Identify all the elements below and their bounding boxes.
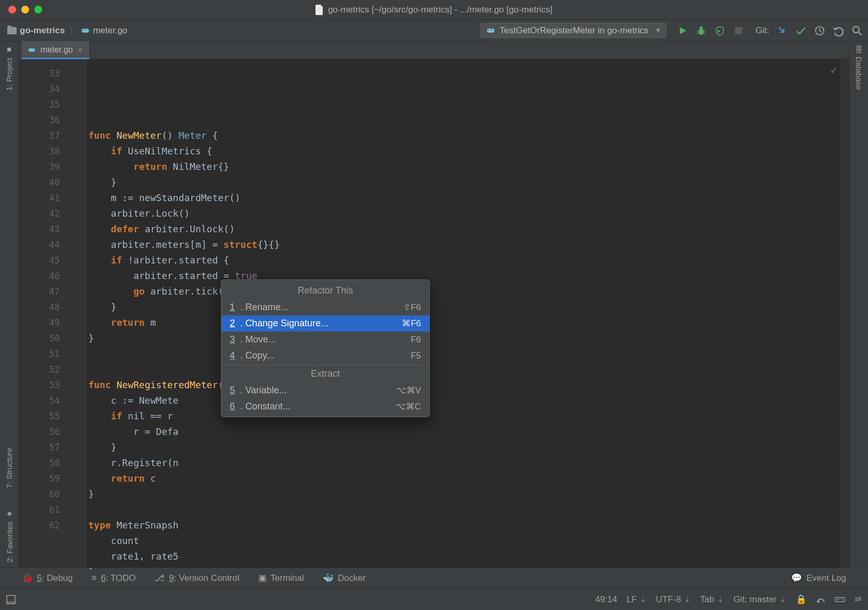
project-icon: ■ [5, 46, 14, 55]
tool-window-version-control[interactable]: ⎇ 9: Version Control [154, 573, 239, 584]
run-button[interactable] [677, 25, 688, 36]
star-icon: ★ [5, 509, 14, 519]
refactor-option-copy[interactable]: 4. Copy...F5 [221, 348, 429, 364]
docker-icon: 🐳 [323, 573, 334, 584]
ide-settings-icon[interactable] [816, 595, 825, 604]
svg-point-24 [818, 601, 820, 603]
editor-scroll-map[interactable] [840, 59, 849, 569]
code-area[interactable]: ✓ func NewMeter() Meter { if UseNilMetri… [86, 59, 840, 569]
breadcrumb: go-metrics 〉 meter.go [5, 24, 129, 37]
git-label: Git: [752, 25, 769, 36]
memory-indicator-icon[interactable] [835, 595, 845, 604]
editor-tabs: meter.go ✕ [19, 42, 849, 59]
svg-point-28 [841, 599, 842, 600]
close-tab-button[interactable]: ✕ [77, 46, 83, 54]
code-editor[interactable]: 3334353637383940414243444546474849505152… [19, 59, 849, 569]
status-bar: 49:14 LF ⇣ UTF-8 ⇣ Tab ⇣ Git: master ⇣ 🔒… [0, 588, 868, 610]
run-configuration-selector[interactable]: TestGetOrRegisterMeter in go-metrics ▾ [480, 23, 666, 38]
speech-bubble-icon: 💬 [791, 573, 802, 584]
indent-settings[interactable]: Tab ⇣ [700, 594, 724, 605]
fold-gutter [65, 59, 86, 569]
goroutines-icon[interactable]: ⇄ [854, 594, 862, 605]
svg-point-2 [83, 30, 84, 31]
popup-section-extract: Extract [221, 365, 429, 382]
window-minimize-button[interactable] [21, 6, 29, 14]
layout-icon [6, 595, 16, 604]
tool-window-todo[interactable]: ≡ 6: TODO [91, 573, 136, 584]
tool-window-database[interactable]: 🗄 Database [854, 46, 863, 90]
line-number-gutter: 3334353637383940414243444546474849505152… [19, 59, 65, 569]
svg-point-9 [700, 26, 703, 30]
svg-rect-23 [7, 601, 15, 604]
tool-window-terminal[interactable]: ▣ Terminal [258, 573, 304, 584]
svg-point-6 [488, 30, 489, 31]
database-icon: 🗄 [854, 46, 863, 54]
svg-line-12 [697, 33, 699, 34]
debug-button[interactable] [695, 25, 707, 36]
tool-windows-toggle[interactable] [6, 595, 16, 604]
folder-icon [7, 27, 17, 34]
tool-window-event-log[interactable]: 💬 Event Log [791, 573, 846, 584]
popup-title: Refactor This [221, 282, 429, 299]
navigation-toolbar: go-metrics 〉 meter.go TestGetOrRegisterM… [0, 20, 868, 42]
svg-point-27 [839, 599, 840, 600]
stop-button [733, 25, 744, 36]
window-controls [0, 6, 42, 14]
line-separator[interactable]: LF ⇣ [627, 594, 647, 605]
git-commit-button[interactable] [795, 25, 807, 36]
refactor-this-popup: Refactor This 1. Rename...⇧F62. Change S… [221, 280, 430, 417]
refactor-option-change-signature[interactable]: 2. Change Signature...⌘F6 [221, 315, 429, 331]
svg-point-26 [837, 599, 838, 600]
svg-point-3 [86, 30, 87, 31]
inspection-ok-icon[interactable]: ✓ [831, 62, 837, 78]
tool-window-docker[interactable]: 🐳 Docker [323, 573, 366, 584]
tool-window-structure[interactable]: 7: Structure [5, 448, 14, 488]
search-everywhere-button[interactable] [851, 25, 863, 36]
refactor-option-constant[interactable]: 6. Constant...⌥⌘C [221, 399, 429, 415]
left-tool-window-bar: 1: Project ■ 7: Structure 2: Favorites ★ [0, 42, 19, 588]
window-close-button[interactable] [8, 6, 16, 14]
svg-line-17 [859, 32, 862, 35]
window-titlebar: go-metrics [~/go/src/go-metrics] - .../m… [0, 0, 868, 20]
tool-window-favorites[interactable]: 2: Favorites ★ [5, 509, 14, 562]
git-history-button[interactable] [814, 25, 825, 36]
file-icon [315, 5, 324, 15]
caret-position[interactable]: 49:14 [595, 594, 617, 605]
svg-point-1 [85, 29, 89, 33]
terminal-icon: ▣ [258, 573, 267, 584]
run-with-coverage-button[interactable] [714, 25, 726, 36]
chevron-down-icon: ▾ [656, 25, 661, 36]
svg-point-5 [490, 29, 494, 33]
go-file-icon [27, 45, 36, 55]
svg-line-11 [704, 31, 705, 31]
list-icon: ≡ [91, 573, 97, 584]
tool-window-project[interactable]: 1: Project ■ [5, 46, 14, 90]
tool-window-debug[interactable]: 🐞 5: Debug [22, 573, 73, 584]
svg-point-7 [491, 30, 492, 31]
refactor-option-rename[interactable]: 1. Rename...⇧F6 [221, 299, 429, 315]
breadcrumb-project[interactable]: go-metrics [5, 24, 67, 37]
right-tool-window-bar: 🗄 Database [849, 42, 868, 588]
breadcrumb-file[interactable]: meter.go [78, 24, 129, 37]
svg-line-10 [697, 31, 699, 31]
svg-point-19 [31, 48, 35, 51]
svg-rect-14 [735, 27, 742, 34]
go-file-icon [486, 26, 495, 35]
chevron-right-icon: 〉 [68, 26, 77, 35]
refactor-option-move[interactable]: 3. Move...F6 [221, 331, 429, 348]
bug-icon: 🐞 [22, 573, 33, 584]
git-branch[interactable]: Git: master ⇣ [733, 594, 786, 605]
window-maximize-button[interactable] [34, 6, 42, 14]
bottom-tool-window-bar: 🐞 5: Debug ≡ 6: TODO ⎇ 9: Version Contro… [0, 567, 868, 588]
svg-point-21 [32, 49, 33, 50]
branch-icon: ⎇ [154, 573, 165, 584]
refactor-option-variable[interactable]: 5. Variable...⌥⌘V [221, 382, 429, 399]
go-file-icon [81, 26, 90, 35]
file-encoding[interactable]: UTF-8 ⇣ [656, 594, 691, 605]
svg-point-20 [30, 49, 31, 50]
svg-line-13 [704, 33, 705, 34]
lock-icon[interactable]: 🔒 [796, 594, 807, 605]
git-update-button[interactable] [777, 25, 788, 36]
editor-tab-meter-go[interactable]: meter.go ✕ [22, 41, 90, 59]
git-revert-button[interactable] [833, 25, 844, 36]
